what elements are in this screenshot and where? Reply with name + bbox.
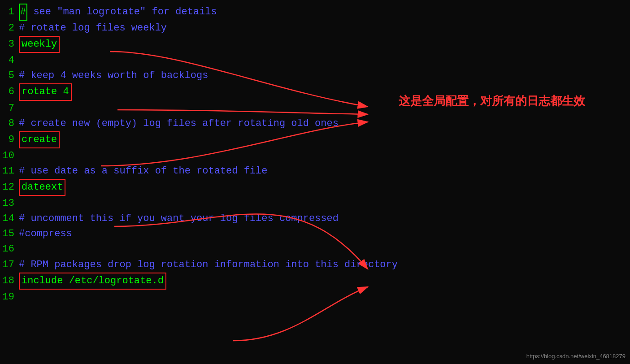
code-line-11: 11 # use date as a suffix of the rotated… — [0, 164, 630, 179]
line-number-14: 14 — [0, 211, 19, 226]
line-content-13 — [19, 196, 25, 211]
line-number-3: 3 — [0, 37, 19, 52]
line-content-3: weekly — [19, 36, 60, 53]
line-content-10 — [19, 148, 25, 164]
code-line-2: 2 # rotate log files weekly — [0, 21, 630, 36]
line-number-18: 18 — [0, 273, 19, 289]
keyword-weekly: weekly — [19, 36, 60, 53]
code-line-15: 15 #compress — [0, 226, 630, 242]
code-line-1: 1 # see "man logrotate" for details — [0, 4, 630, 21]
line-number-11: 11 — [0, 164, 19, 179]
keyword-create: create — [19, 131, 60, 148]
line-number-4: 4 — [0, 53, 19, 68]
watermark: https://blog.csdn.net/weixin_46818279 — [526, 353, 626, 360]
line-content-14: # uncomment this if you want your log fi… — [19, 211, 339, 226]
line-number-10: 10 — [0, 148, 19, 164]
line-content-12: dateext — [19, 179, 65, 196]
code-line-13: 13 — [0, 196, 630, 211]
line-content-17: # RPM packages drop log rotation informa… — [19, 257, 398, 273]
line-content-5: # keep 4 weeks worth of backlogs — [19, 68, 208, 83]
line-number-6: 6 — [0, 84, 19, 100]
line-content-11: # use date as a suffix of the rotated fi… — [19, 164, 268, 179]
code-line-19: 19 — [0, 290, 630, 305]
line-number-5: 5 — [0, 68, 19, 83]
line-number-7: 7 — [0, 101, 19, 116]
line-number-17: 17 — [0, 257, 19, 273]
code-line-17: 17 # RPM packages drop log rotation info… — [0, 257, 630, 273]
keyword-include: include /etc/logrotate.d — [19, 273, 166, 290]
line-content-7 — [19, 101, 25, 116]
code-line-12: 12 dateext — [0, 179, 630, 196]
line-content-8: # create new (empty) log files after rot… — [19, 116, 339, 131]
line-content-19 — [19, 290, 25, 305]
line-content-4 — [19, 53, 25, 68]
line-content-9: create — [19, 131, 60, 148]
code-line-3: 3 weekly — [0, 36, 630, 53]
line-number-15: 15 — [0, 226, 19, 242]
annotation-chinese: 这是全局配置，对所有的日志都生效 — [399, 93, 585, 109]
cursor-char: # — [19, 4, 27, 21]
line-content-15: #compress — [19, 226, 72, 242]
code-line-8: 8 # create new (empty) log files after r… — [0, 116, 630, 131]
line-content-1: # see "man logrotate" for details — [19, 4, 217, 21]
line-content-6: rotate 4 — [19, 83, 72, 100]
line-content-2: # rotate log files weekly — [19, 21, 167, 36]
line-number-13: 13 — [0, 196, 19, 211]
code-line-9: 9 create — [0, 131, 630, 148]
code-line-5: 5 # keep 4 weeks worth of backlogs — [0, 68, 630, 83]
line-number-19: 19 — [0, 290, 19, 305]
line-number-2: 2 — [0, 21, 19, 36]
line-content-16 — [19, 242, 25, 257]
keyword-rotate4: rotate 4 — [19, 83, 72, 100]
code-line-4: 4 — [0, 53, 630, 68]
line-content-18: include /etc/logrotate.d — [19, 273, 166, 290]
line-number-8: 8 — [0, 116, 19, 131]
keyword-dateext: dateext — [19, 179, 65, 196]
line-number-9: 9 — [0, 132, 19, 147]
code-line-10: 10 — [0, 148, 630, 164]
code-line-18: 18 include /etc/logrotate.d — [0, 273, 630, 290]
line-number-12: 12 — [0, 180, 19, 195]
code-line-16: 16 — [0, 242, 630, 257]
code-line-14: 14 # uncomment this if you want your log… — [0, 211, 630, 226]
code-editor: 1 # see "man logrotate" for details 2 # … — [0, 0, 630, 308]
line-number-16: 16 — [0, 242, 19, 257]
line-number-1: 1 — [0, 4, 19, 20]
